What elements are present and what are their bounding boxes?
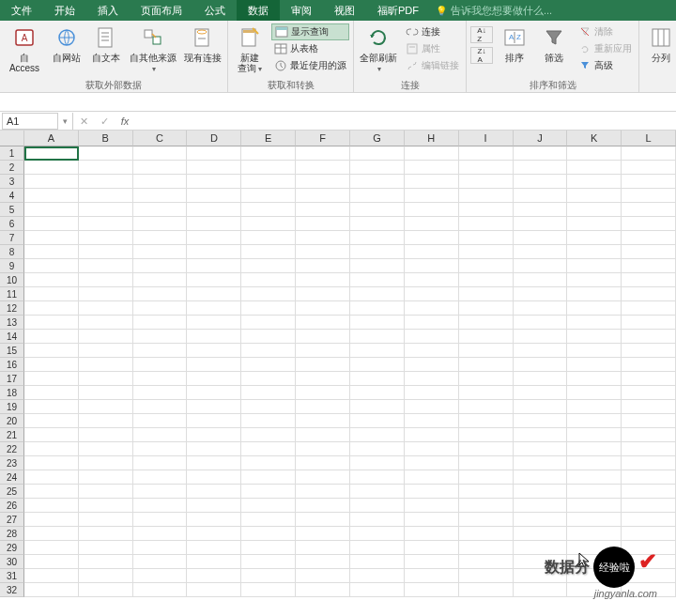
cell-H16[interactable] [405, 358, 459, 372]
cell-A19[interactable] [24, 400, 79, 414]
column-header-G[interactable]: G [350, 131, 405, 146]
column-header-E[interactable]: E [241, 131, 296, 146]
cell-J5[interactable] [514, 203, 568, 217]
fx-button[interactable]: fx [115, 113, 135, 130]
cell-K16[interactable] [567, 358, 622, 372]
cell-D14[interactable] [187, 330, 241, 344]
cell-A20[interactable] [24, 414, 79, 428]
cell-L27[interactable] [622, 513, 676, 527]
cell-K12[interactable] [567, 301, 622, 316]
cell-I1[interactable] [459, 146, 514, 161]
cell-F23[interactable] [296, 456, 350, 470]
cell-A15[interactable] [24, 344, 79, 358]
cell-A6[interactable] [24, 217, 79, 231]
cell-L26[interactable] [622, 499, 676, 513]
cell-K18[interactable] [567, 386, 622, 400]
cell-F14[interactable] [296, 330, 350, 344]
cell-D15[interactable] [187, 344, 241, 358]
cell-E6[interactable] [241, 217, 296, 231]
cell-I7[interactable] [459, 231, 514, 245]
cell-G1[interactable] [350, 146, 405, 161]
cell-H7[interactable] [405, 231, 459, 245]
cell-B14[interactable] [79, 330, 133, 344]
cell-D9[interactable] [187, 259, 241, 273]
cell-H32[interactable] [405, 583, 459, 597]
cell-E25[interactable] [241, 485, 296, 499]
cell-I9[interactable] [459, 259, 514, 273]
cell-H10[interactable] [405, 273, 459, 287]
cell-K23[interactable] [567, 456, 622, 470]
cell-F29[interactable] [296, 541, 350, 555]
row-header-18[interactable]: 18 [0, 386, 24, 400]
cell-C4[interactable] [133, 189, 188, 203]
cell-I2[interactable] [459, 161, 514, 175]
cell-F22[interactable] [296, 442, 350, 456]
cell-K10[interactable] [567, 273, 622, 287]
cell-B13[interactable] [79, 316, 133, 330]
cell-B25[interactable] [79, 485, 133, 499]
cell-G29[interactable] [350, 541, 405, 555]
cell-F11[interactable] [296, 287, 350, 301]
cell-K2[interactable] [567, 161, 622, 175]
cell-E10[interactable] [241, 273, 296, 287]
cell-D26[interactable] [187, 499, 241, 513]
cell-B7[interactable] [79, 231, 133, 245]
cell-H14[interactable] [405, 330, 459, 344]
row-header-26[interactable]: 26 [0, 499, 24, 513]
cell-G4[interactable] [350, 189, 405, 203]
cell-A22[interactable] [24, 442, 79, 456]
cell-K14[interactable] [567, 330, 622, 344]
cell-I5[interactable] [459, 203, 514, 217]
name-box-dropdown[interactable]: ▾ [58, 113, 73, 130]
cell-H15[interactable] [405, 344, 459, 358]
cell-F3[interactable] [296, 175, 350, 189]
cell-L13[interactable] [622, 316, 676, 330]
cell-I21[interactable] [459, 428, 514, 442]
cell-F17[interactable] [296, 372, 350, 386]
cell-D18[interactable] [187, 386, 241, 400]
cell-A5[interactable] [24, 203, 79, 217]
cell-I27[interactable] [459, 513, 514, 527]
cell-C8[interactable] [133, 245, 188, 259]
cell-K22[interactable] [567, 442, 622, 456]
row-header-30[interactable]: 30 [0, 555, 24, 569]
cell-J11[interactable] [514, 287, 568, 301]
cell-J19[interactable] [514, 400, 568, 414]
cell-G26[interactable] [350, 499, 405, 513]
sort-desc-button[interactable]: Z↓A [470, 47, 493, 64]
cell-D10[interactable] [187, 273, 241, 287]
cell-I15[interactable] [459, 344, 514, 358]
cell-J15[interactable] [514, 344, 568, 358]
cell-D13[interactable] [187, 316, 241, 330]
column-header-D[interactable]: D [187, 131, 241, 146]
cell-E29[interactable] [241, 541, 296, 555]
column-header-C[interactable]: C [133, 131, 188, 146]
cell-F1[interactable] [296, 146, 350, 161]
cell-J13[interactable] [514, 316, 568, 330]
cell-C3[interactable] [133, 175, 188, 189]
row-header-15[interactable]: 15 [0, 344, 24, 358]
cell-I13[interactable] [459, 316, 514, 330]
cell-E28[interactable] [241, 527, 296, 541]
cell-C11[interactable] [133, 287, 188, 301]
cell-L4[interactable] [622, 189, 676, 203]
cell-C19[interactable] [133, 400, 188, 414]
cell-H18[interactable] [405, 386, 459, 400]
cell-H5[interactable] [405, 203, 459, 217]
filter-button[interactable]: 筛选 [536, 23, 572, 63]
cell-J20[interactable] [514, 414, 568, 428]
cell-J3[interactable] [514, 175, 568, 189]
cell-E8[interactable] [241, 245, 296, 259]
cell-H19[interactable] [405, 400, 459, 414]
cell-K27[interactable] [567, 513, 622, 527]
cell-A18[interactable] [24, 386, 79, 400]
cell-I18[interactable] [459, 386, 514, 400]
cell-E32[interactable] [241, 583, 296, 597]
cell-C26[interactable] [133, 499, 188, 513]
cell-K6[interactable] [567, 217, 622, 231]
cell-B22[interactable] [79, 442, 133, 456]
cell-E23[interactable] [241, 456, 296, 470]
sort-asc-button[interactable]: A↓Z [470, 26, 493, 43]
show-queries-button[interactable]: 显示查询 [271, 23, 349, 40]
cell-I3[interactable] [459, 175, 514, 189]
